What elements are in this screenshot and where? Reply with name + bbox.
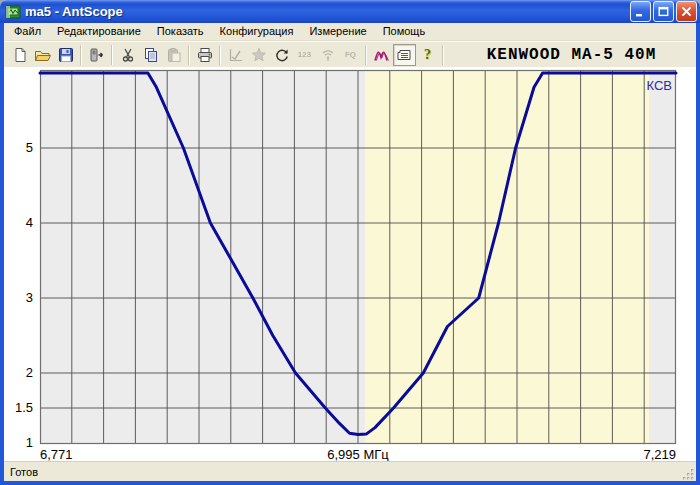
menu-item-6[interactable]: Помощь (375, 23, 434, 40)
band-region (365, 70, 649, 444)
toolbar-digits-button[interactable]: 123 (293, 44, 316, 66)
minimize-icon (634, 5, 647, 18)
status-bar: Готов (4, 461, 696, 481)
toolbar-save-button[interactable] (54, 44, 77, 66)
menu-item-1[interactable]: Файл (6, 23, 49, 40)
save-icon (58, 47, 74, 63)
copy-icon (143, 47, 159, 63)
toolbar-refresh-button[interactable] (270, 44, 293, 66)
menu-bar: ФайлРедактированиеПоказатьКонфигурацияИз… (4, 23, 696, 41)
open-icon (34, 47, 52, 63)
toolbar-separator (442, 45, 444, 65)
toolbar-new-button[interactable] (8, 44, 31, 66)
toolbar-connect-device-button[interactable] (85, 44, 108, 66)
toolbar-separator (188, 45, 190, 65)
close-icon (680, 5, 693, 18)
graph-scale-icon (228, 47, 244, 63)
toolbar-swr-curve-button[interactable] (370, 44, 393, 66)
app-window: ma5 - AntScope ФайлРедактированиеПоказат… (0, 0, 700, 485)
marker-icon (251, 47, 267, 63)
y-axis-tick-label: 2 (26, 365, 33, 380)
menu-item-2[interactable]: Редактирование (49, 23, 149, 40)
minimize-button[interactable] (630, 1, 651, 22)
toolbar-fq-button[interactable]: FQ (339, 44, 362, 66)
y-axis-tick-label: 4 (26, 215, 33, 230)
toolbar-help-button[interactable]: ?? (416, 44, 439, 66)
window-title: ma5 - AntScope (25, 4, 630, 19)
app-icon (5, 4, 21, 20)
toolbar-antenna-button[interactable] (316, 44, 339, 66)
connect-device-icon (88, 47, 106, 63)
toolbar-cut-button[interactable] (116, 44, 139, 66)
paste-icon (166, 47, 182, 63)
toolbar-separator (111, 45, 113, 65)
cut-icon (120, 47, 136, 63)
toolbar-table-view-button[interactable] (393, 44, 416, 66)
status-text: Готов (10, 466, 681, 478)
menu-item-3[interactable]: Показать (149, 23, 212, 40)
new-icon (12, 47, 28, 63)
window-border-bottom (0, 481, 700, 485)
close-button[interactable] (676, 1, 697, 22)
toolbar: 123FQ??KENWOOD MA-5 40M (4, 41, 696, 67)
table-view-icon (397, 47, 413, 63)
maximize-icon (657, 5, 670, 18)
x-axis-tick-label: 6,995 МГц (327, 447, 389, 461)
refresh-icon (274, 47, 290, 63)
window-border-right (696, 23, 700, 485)
menu-item-4[interactable]: Конфигурация (212, 23, 302, 40)
y-axis-tick-label: 3 (26, 290, 33, 305)
legend-label: КСВ (647, 78, 673, 93)
title-bar[interactable]: ma5 - AntScope (0, 0, 700, 23)
maximize-button[interactable] (653, 1, 674, 22)
toolbar-paste-button[interactable] (162, 44, 185, 66)
device-label: KENWOOD MA-5 40M (447, 46, 696, 64)
x-axis-tick-label: 6,771 (40, 447, 73, 461)
help-icon: ?? (421, 47, 435, 63)
toolbar-print-button[interactable] (193, 44, 216, 66)
swr-curve-icon (373, 47, 391, 63)
toolbar-open-button[interactable] (31, 44, 54, 66)
svg-text:?: ? (424, 47, 431, 62)
swr-chart: КСВ11.523456,7716,995 МГц7,219 (4, 67, 696, 461)
toolbar-separator (219, 45, 221, 65)
chart-area: КСВ11.523456,7716,995 МГц7,219 (4, 67, 696, 461)
y-axis-tick-label: 5 (26, 140, 33, 155)
print-icon (196, 47, 214, 63)
toolbar-graph-scale-button[interactable] (224, 44, 247, 66)
y-axis-tick-label: 1.5 (15, 400, 33, 415)
toolbar-separator (365, 45, 367, 65)
x-axis-tick-label: 7,219 (643, 447, 676, 461)
toolbar-separator (80, 45, 82, 65)
y-axis-tick-label: 1 (26, 435, 33, 450)
toolbar-copy-button[interactable] (139, 44, 162, 66)
fq-icon: FQ (345, 50, 356, 59)
menu-item-5[interactable]: Измерение (301, 23, 374, 40)
antenna-icon (320, 47, 336, 63)
toolbar-marker-button[interactable] (247, 44, 270, 66)
digits-icon: 123 (298, 50, 311, 59)
resize-grip-icon[interactable] (681, 467, 695, 481)
